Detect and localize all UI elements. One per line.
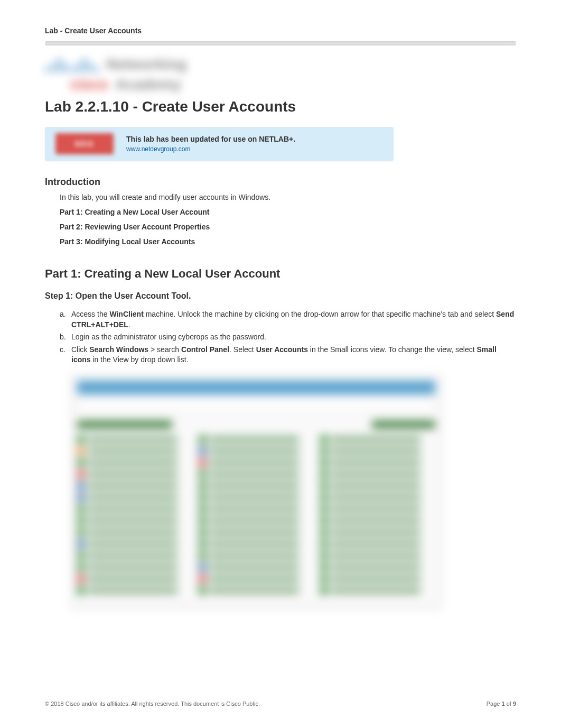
introduction-text: In this lab, you will create and modify …: [60, 193, 516, 201]
step-a-pre: Access the: [71, 310, 109, 318]
part1-heading: Part 1: Creating a New Local User Accoun…: [45, 267, 516, 281]
step-a: a. Access the WinClient machine. Unlock …: [60, 309, 516, 330]
header-label: Lab - Create User Accounts: [45, 26, 516, 35]
banner-text: This lab has been updated for use on NET…: [126, 135, 295, 143]
part-1-label: Part 1: Creating a New Local User Accoun…: [60, 208, 516, 216]
ndg-badge-icon: NDG: [55, 133, 114, 154]
banner-link[interactable]: www.netdevgroup.com: [126, 145, 190, 153]
page-footer: © 2018 Cisco and/or its affiliates. All …: [45, 701, 516, 707]
step-a-bold1: WinClient: [109, 310, 143, 318]
step-b-pre: Login as the: [71, 333, 114, 341]
step-b-val1: administrator: [114, 333, 156, 341]
step-b: b. Login as the administrator using cybe…: [60, 332, 516, 343]
logo-text-cisco: cisco: [70, 76, 108, 93]
part-2-label: Part 2: Reviewing User Account Propertie…: [60, 223, 516, 231]
footer-page: Page 1 of 9: [487, 701, 516, 707]
step-c-post: in the View by drop down list.: [91, 355, 189, 364]
page-title: Lab 2.2.1.10 - Create User Accounts: [45, 98, 516, 115]
step1-heading: Step 1: Open the User Account Tool.: [45, 291, 516, 301]
introduction-heading: Introduction: [45, 177, 516, 188]
step-a-post: .: [128, 320, 130, 329]
step-c-bold2: Control Panel: [181, 345, 229, 354]
header-separator: [45, 41, 516, 45]
footer-page-pre: Page: [487, 701, 502, 707]
step-c: c. Click Search Windows > search Control…: [60, 345, 516, 365]
step-b-val2: cyberops: [178, 333, 208, 341]
footer-page-of: of: [505, 701, 513, 707]
step-a-mid: machine. Unlock the machine by clicking …: [144, 310, 496, 318]
step-c-mid1: > search: [148, 345, 181, 354]
footer-page-total: 9: [513, 701, 516, 707]
cisco-bars-icon: [45, 57, 99, 72]
footer-copyright: © 2018 Cisco and/or its affiliates. All …: [45, 701, 260, 707]
cisco-logo-block: Networking cisco Academy: [45, 56, 516, 93]
logo-text-networking: Networking: [106, 56, 186, 73]
step-c-mid2: . Select: [229, 345, 256, 354]
step1-list: a. Access the WinClient machine. Unlock …: [60, 309, 516, 365]
control-panel-screenshot: [71, 375, 441, 607]
logo-text-academy: Academy: [116, 76, 182, 93]
banner-text-block: This lab has been updated for use on NET…: [126, 134, 295, 154]
step-c-mid3: in the Small icons view. To change the v…: [308, 345, 477, 354]
step-c-bold1: Search Windows: [89, 345, 148, 354]
step-b-mid: using: [156, 333, 178, 341]
netlab-banner: NDG This lab has been updated for use on…: [45, 127, 394, 161]
step-b-post: as the password.: [208, 333, 266, 341]
step-c-bold3: User Accounts: [256, 345, 308, 354]
step-c-pre: Click: [71, 345, 89, 354]
part-3-label: Part 3: Modifying Local User Accounts: [60, 237, 516, 246]
